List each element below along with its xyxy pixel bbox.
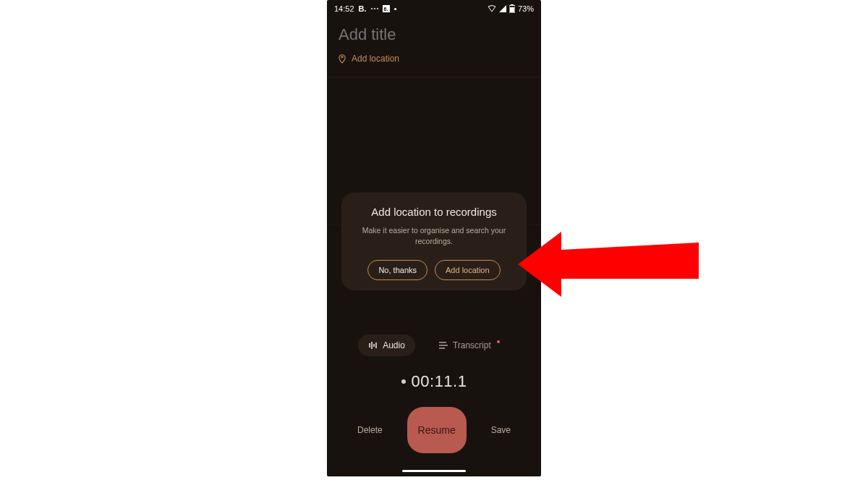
bottom-actions: Delete Resume Save [327,407,541,453]
status-indicator-dot [394,8,396,10]
card-body: Make it easier to organise and search yo… [352,225,516,247]
timer-display: 00:11.1 [327,372,541,391]
tab-audio-label: Audio [383,340,405,350]
add-location-button[interactable]: Add location [435,260,501,280]
view-tabs: Audio Transcript [327,335,541,356]
svg-rect-2 [510,7,514,12]
status-left: 14:52 B. 6. [334,4,396,13]
title-input[interactable] [337,25,534,45]
save-button[interactable]: Save [487,424,515,436]
status-time: 14:52 [334,4,354,13]
location-prompt-card: Add location to recordings Make it easie… [341,193,527,290]
gesture-bar [402,470,466,472]
tab-transcript-label: Transcript [453,340,491,350]
no-thanks-button[interactable]: No, thanks [367,260,427,280]
add-location-link[interactable]: Add location [337,54,531,64]
status-indicator-dots [371,8,378,9]
status-bar: 14:52 B. 6. 73% [327,0,541,17]
transcript-icon [438,341,448,350]
location-icon [337,54,347,64]
tab-transcript[interactable]: Transcript [428,335,510,356]
audio-wave-icon [368,341,378,350]
title-area: Add location [327,17,541,68]
svg-marker-12 [518,232,699,297]
tab-audio[interactable]: Audio [358,335,415,356]
status-indicator-b: B. [359,4,367,13]
card-title: Add location to recordings [352,206,516,218]
phone-screen: 14:52 B. 6. 73% Add location [327,0,541,476]
resume-button[interactable]: Resume [407,407,467,453]
battery-text: 73% [518,4,534,13]
status-indicator-square: 6. [383,5,390,12]
card-actions: No, thanks Add location [352,260,516,280]
transcript-notification-dot [497,340,500,343]
timer-text: 00:11.1 [412,372,467,391]
add-location-label: Add location [352,54,399,64]
annotation-arrow [518,221,706,308]
signal-icon [499,5,506,12]
record-indicator-dot [401,379,406,384]
divider [327,77,541,77]
battery-icon [509,4,515,13]
wifi-icon [488,5,496,12]
delete-button[interactable]: Delete [353,424,387,436]
status-right: 73% [488,4,534,13]
